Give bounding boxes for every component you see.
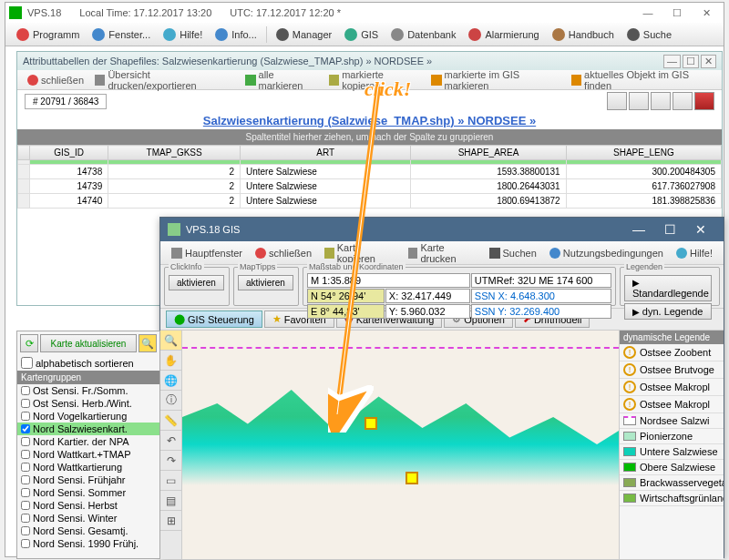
layer-item[interactable]: Nord Sensi. Sommer (17, 486, 159, 499)
map-marker-1[interactable] (364, 417, 377, 430)
grid-header[interactable]: ART (240, 146, 410, 160)
menu-programm[interactable]: Programm (11, 26, 85, 43)
menu-handbuch[interactable]: Handbuch (547, 26, 620, 43)
scale-value: M 1:35.889 (307, 273, 470, 288)
close-button[interactable]: ✕ (693, 7, 720, 19)
tool-pan-icon[interactable]: ✋ (160, 351, 181, 371)
maximize-button[interactable]: ☐ (663, 7, 691, 19)
tool-extra1-icon[interactable]: ▤ (160, 491, 181, 511)
layer-item[interactable]: Nord Wattkart.+TMAP (17, 448, 159, 461)
attr-maximize-button[interactable]: ☐ (683, 55, 699, 68)
coord-y: Y: 5.960.032 (385, 304, 470, 319)
layer-item[interactable]: Nord Sensi. 1990 Frühj. (17, 537, 159, 550)
grid-header[interactable]: GIS_ID (30, 146, 108, 160)
dynamic-legend: dynamische Legende !Ostsee Zoobent!Ostse… (619, 331, 724, 559)
legend-item: Nordsee Salzwi (620, 413, 724, 429)
grid-header[interactable]: SHAPE_AREA (411, 146, 566, 160)
sort-alpha-checkbox[interactable]: alphabetisch sortieren (17, 355, 159, 371)
coord-e: E 8° 44,83' (307, 304, 385, 319)
gis-minimize-button[interactable]: — (623, 222, 654, 237)
std-legend-btn[interactable]: ▶ Standardlegende (624, 275, 712, 301)
layer-item[interactable]: Nord Sensi. Herbst (17, 499, 159, 512)
gis-maximize-button[interactable]: ☐ (654, 222, 685, 237)
layer-item[interactable]: Nord Wattkartierung (17, 461, 159, 473)
tool-back-icon[interactable]: ↶ (160, 431, 181, 451)
tool-zoom-icon[interactable]: 🔍 (160, 331, 181, 351)
gis-terms-btn[interactable]: Nutzungsbedingungen (544, 246, 669, 260)
main-menu: Programm Fenster... Hilfe! Info... Manag… (5, 23, 724, 46)
gis-print-btn[interactable]: Karte drucken (403, 240, 482, 266)
tool-measure-icon[interactable]: 📏 (160, 411, 181, 431)
layer-item[interactable]: Nord Kartier. der NPA (17, 435, 159, 448)
menu-alarmierung[interactable]: Alarmierung (463, 26, 544, 43)
table-row[interactable]: 147402Untere Salzwiese1800.69413872181.3… (18, 194, 722, 209)
refresh-map-btn[interactable]: Karte aktualisieren (40, 334, 137, 352)
attr-action-delete[interactable] (694, 92, 714, 110)
grid-header[interactable]: TMAP_GKSS (108, 146, 241, 160)
menu-fenster[interactable]: Fenster... (87, 26, 156, 43)
layer-search-icon[interactable]: 🔍 (139, 334, 157, 352)
tool-extra2-icon[interactable]: ⊞ (160, 511, 181, 531)
layer-item[interactable]: Ost Sensi. Fr./Somm. (17, 384, 159, 397)
menu-manager[interactable]: Manager (271, 26, 337, 43)
menu-gis[interactable]: GIS (339, 26, 384, 43)
gis-close-button[interactable]: ✕ (685, 222, 716, 237)
gis-hauptfenster-btn[interactable]: Hauptfenster (166, 246, 248, 260)
app-icon (9, 6, 22, 19)
menu-info[interactable]: Info... (210, 26, 262, 43)
map-land-layer (182, 362, 619, 499)
attr-action-1[interactable] (607, 92, 627, 110)
grid-title: Salzwiesenkartierung (Salzwiese_TMAP.shp… (17, 112, 722, 129)
gis-search-btn[interactable]: Suchen (484, 246, 542, 260)
maptipps-activate-btn[interactable]: aktivieren (238, 275, 293, 290)
layer-item[interactable]: Ost Sensi. Herb./Wint. (17, 397, 159, 410)
grid-header[interactable]: SHAPE_LENG (566, 146, 721, 160)
minimize-button[interactable]: — (634, 7, 662, 19)
tool-globe-icon[interactable]: 🌐 (160, 371, 181, 391)
legend-item: !Ostsee Zoobent (620, 344, 724, 361)
attr-findgis-btn[interactable]: aktuelles Objekt im GIS finden (567, 68, 716, 92)
tool-select-icon[interactable]: ▭ (160, 471, 181, 491)
tool-fwd-icon[interactable]: ↷ (160, 451, 181, 471)
map-canvas[interactable] (182, 331, 619, 559)
attr-action-3[interactable] (651, 92, 671, 110)
gis-title-bar[interactable]: VPS.18 GIS — ☐ ✕ (160, 218, 724, 241)
attr-close-btn[interactable]: schließen (23, 74, 88, 87)
dyn-legend-btn[interactable]: ▶ dyn. Legende (624, 303, 712, 320)
gis-close-btn[interactable]: schließen (250, 246, 317, 260)
layer-reload-icon[interactable]: ⟳ (20, 334, 38, 352)
coords-panel: Maßstab und Koordinaten M 1:35.889 UTMRe… (303, 267, 616, 306)
table-row[interactable]: 147382Untere Salzwiese1593.38800131300.2… (18, 165, 722, 179)
legend-item: Brackwasservegetati (620, 475, 724, 491)
layer-item[interactable]: Nord Sensi. Gesamtj. (17, 524, 159, 537)
layer-item[interactable]: Nord Vogelkartierung (17, 410, 159, 423)
attr-copy-btn[interactable]: markierte kopieren (324, 68, 425, 92)
gis-window: VPS.18 GIS — ☐ ✕ Hauptfenster schließen … (159, 217, 724, 558)
layer-item[interactable]: Nord Sensi. Winter (17, 512, 159, 524)
attr-minimize-button[interactable]: — (663, 55, 681, 68)
clickinfo-activate-btn[interactable]: aktivieren (169, 275, 224, 290)
app-title: VPS.18 (27, 7, 61, 18)
layer-item[interactable]: Nord Sensi. Frühjahr (17, 473, 159, 486)
legend-item: Pionierzone (620, 429, 724, 444)
map-marker-2[interactable] (406, 472, 418, 484)
gis-help-btn[interactable]: Hilfe! (671, 246, 718, 260)
menu-suche[interactable]: Suche (621, 26, 677, 43)
attr-markgis-btn[interactable]: markierte im GIS markieren (426, 68, 565, 92)
layer-list[interactable]: Ost Sensi. Fr./Somm.Ost Sensi. Herb./Win… (17, 384, 159, 555)
table-row[interactable]: 147392Untere Salzwiese1800.26443031617.7… (18, 179, 722, 194)
attr-export-btn[interactable]: Übersicht drucken/exportieren (90, 68, 239, 92)
attr-selectall-btn[interactable]: alle markieren (241, 68, 323, 92)
attr-close-button[interactable]: ✕ (701, 55, 716, 68)
attr-action-2[interactable] (629, 92, 649, 110)
menu-hilfe[interactable]: Hilfe! (158, 26, 208, 43)
coord-n: N 54° 26,94' (307, 289, 385, 303)
grid-group-hint[interactable]: Spaltentitel hierher ziehen, um nach der… (17, 129, 722, 145)
main-title-bar: VPS.18 Local Time: 17.12.2017 13:20 UTC:… (5, 3, 724, 23)
tab-gis-steuerung[interactable]: ⬤GIS Steuerung (166, 311, 262, 328)
attr-action-4[interactable] (673, 92, 693, 110)
menu-datenbank[interactable]: Datenbank (385, 26, 461, 43)
layer-item[interactable]: Nord Salzwiesenkart. (17, 423, 159, 435)
attribute-grid[interactable]: GIS_IDTMAP_GKSSARTSHAPE_AREASHAPE_LENG 1… (17, 145, 722, 209)
tool-identify-icon[interactable]: ⓘ (160, 391, 181, 411)
